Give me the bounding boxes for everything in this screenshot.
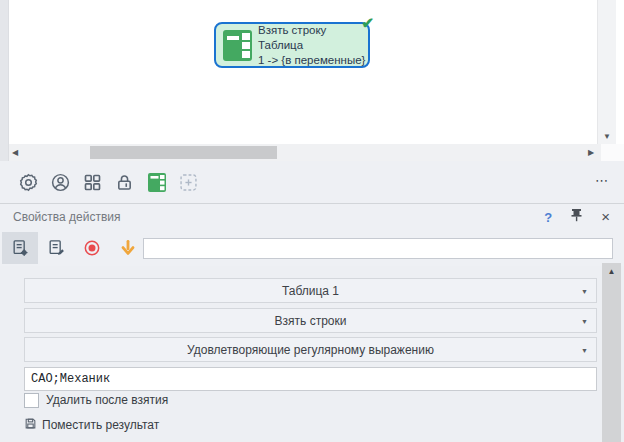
help-icon[interactable]: ?: [544, 210, 552, 225]
chevron-down-icon: ▼: [581, 347, 588, 354]
more-options-button[interactable]: ⋯: [590, 171, 614, 191]
regex-value-input[interactable]: [24, 367, 597, 391]
action-properties-tab[interactable]: [2, 232, 38, 264]
action-select-value: Взять строки: [275, 314, 347, 328]
delete-after-label: Удалить после взятия: [46, 393, 168, 407]
canvas-toolbar: ⋯: [0, 161, 624, 203]
place-result-label: Поместить результат: [42, 418, 159, 432]
condition-select-value: Удовлетворяющие регулярному выражению: [187, 343, 434, 357]
import-arrow-icon[interactable]: [110, 232, 146, 264]
table-select[interactable]: Таблица 1 ▼: [24, 278, 597, 303]
action-select[interactable]: Взять строки ▼: [24, 308, 597, 333]
delete-after-row: Удалить после взятия: [24, 392, 168, 408]
settings-gear-icon[interactable]: [18, 172, 39, 193]
pin-icon[interactable]: [570, 208, 583, 226]
node-label-line2: 1 -> {в переменные}: [258, 53, 368, 68]
canvas-vertical-scrollbar[interactable]: ▼: [597, 0, 616, 144]
scroll-up-icon[interactable]: ▲: [602, 263, 621, 276]
condition-select[interactable]: Удовлетворяющие регулярному выражению ▼: [24, 337, 597, 362]
properties-panel-header: Свойства действия ? ×: [0, 203, 624, 230]
user-icon[interactable]: [50, 172, 71, 193]
table-icon: [223, 30, 252, 61]
close-icon[interactable]: ×: [601, 210, 610, 224]
scroll-left-icon[interactable]: ◀: [12, 148, 18, 157]
place-result-row[interactable]: Поместить результат: [24, 417, 159, 432]
apps-grid-icon[interactable]: [82, 172, 103, 193]
properties-vertical-scrollbar[interactable]: ▲: [602, 263, 621, 442]
record-icon[interactable]: [74, 232, 110, 264]
save-result-icon: [24, 416, 37, 434]
capture-region-icon[interactable]: [178, 172, 199, 193]
check-icon: ✔: [361, 14, 374, 32]
node-label-line1: Взять строку Таблица: [258, 23, 368, 53]
chevron-down-icon: ▼: [581, 288, 588, 295]
node-label: Взять строку Таблица 1 -> {в переменные}: [258, 23, 368, 68]
scroll-down-icon[interactable]: ▼: [598, 132, 616, 141]
properties-content: Таблица 1 ▼ Взять строки ▼ Удовлетворяющ…: [0, 266, 624, 442]
delete-after-checkbox[interactable]: [24, 393, 39, 408]
lock-icon[interactable]: [114, 172, 135, 193]
scroll-right-icon[interactable]: ▶: [588, 148, 594, 157]
horizontal-scrollbar-thumb[interactable]: [90, 146, 277, 159]
flow-canvas[interactable]: Взять строку Таблица 1 -> {в переменные}…: [0, 0, 624, 144]
panel-title: Свойства действия: [13, 210, 120, 224]
table-select-value: Таблица 1: [282, 284, 339, 298]
action-node-take-row[interactable]: Взять строку Таблица 1 -> {в переменные}…: [214, 22, 370, 68]
scrollbar-corner: [601, 144, 624, 161]
table-icon[interactable]: [146, 172, 167, 193]
canvas-left-edge: [0, 0, 9, 161]
edit-description-tab[interactable]: [38, 232, 74, 264]
canvas-horizontal-scrollbar[interactable]: ◀ ▶: [0, 144, 601, 161]
properties-filter-input[interactable]: [143, 238, 613, 259]
properties-toolbar: [0, 230, 624, 266]
app-window: Взять строку Таблица 1 -> {в переменные}…: [0, 0, 624, 442]
chevron-down-icon: ▼: [581, 318, 588, 325]
